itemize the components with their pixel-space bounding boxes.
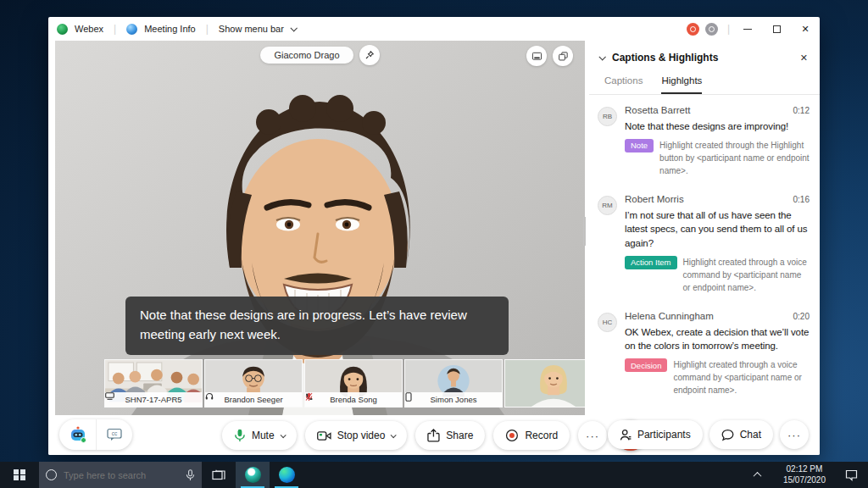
close-button[interactable]: ✕	[791, 17, 820, 41]
webex-taskbar-icon	[245, 467, 261, 483]
show-menu-bar-label[interactable]: Show menu bar	[219, 24, 284, 34]
thumbnail-room-system[interactable]: SHN7-17-APR5	[104, 359, 203, 408]
highlight-entry: RM Robert Morris 0:16 I’m not sure that …	[598, 194, 810, 294]
task-view-icon	[212, 469, 225, 482]
thumbnail-participant[interactable]	[504, 359, 585, 408]
panel-tabs: Captions Highlghts	[589, 67, 820, 95]
record-icon	[505, 429, 519, 442]
chat-icon	[721, 429, 734, 441]
meeting-info-icon	[126, 24, 137, 35]
panel-resize-handle[interactable]	[582, 217, 587, 246]
show-hidden-icons-button[interactable]	[741, 472, 775, 478]
search-input[interactable]	[64, 470, 179, 480]
taskbar-edge-app[interactable]	[270, 462, 303, 488]
svg-text:cc: cc	[112, 430, 118, 436]
thumbnail-brenda-song[interactable]: Brenda Song	[304, 359, 403, 408]
assistant-robot-icon	[69, 425, 87, 444]
highlight-badge: Note	[625, 139, 654, 152]
recording-indicator-icon	[687, 23, 699, 36]
participants-button[interactable]: Participants	[608, 420, 703, 449]
cc-icon: cc	[107, 428, 122, 441]
highlight-text: I’m not sure that all of us have seen th…	[625, 208, 810, 251]
timestamp: 0:20	[793, 312, 810, 321]
thumbnail-label: SHN7-17-APR5	[109, 395, 198, 404]
chevron-up-icon	[754, 472, 762, 480]
windows-taskbar: 02:12 PM 15/07/2020	[0, 462, 868, 488]
live-caption: Note that these designs are in progress.…	[125, 297, 509, 355]
participants-icon	[620, 429, 632, 441]
collapse-panel-chevron-icon[interactable]	[598, 53, 605, 60]
start-button[interactable]	[0, 462, 39, 488]
layout-view-icon[interactable]	[526, 46, 547, 66]
taskbar-clock[interactable]: 02:12 PM 15/07/2020	[775, 464, 834, 485]
mute-button[interactable]: Mute	[222, 421, 297, 450]
chat-button[interactable]: Chat	[709, 420, 773, 449]
camera-icon	[317, 430, 331, 441]
headset-icon	[205, 392, 214, 401]
record-button[interactable]: Record	[493, 421, 570, 450]
chevron-down-icon[interactable]	[391, 432, 397, 438]
minimize-button[interactable]	[733, 17, 762, 41]
task-view-button[interactable]	[202, 462, 236, 488]
maximize-button[interactable]	[762, 17, 791, 41]
participant-name: Helena Cunningham	[625, 311, 714, 321]
chevron-down-icon[interactable]	[280, 432, 286, 438]
taskbar-webex-app[interactable]	[236, 462, 270, 488]
thumbnail-label: Simon Jones	[409, 395, 498, 404]
action-center-button[interactable]	[834, 469, 868, 481]
more-panels-button[interactable]: ···	[780, 420, 809, 449]
tab-highlights[interactable]: Highlghts	[661, 75, 702, 94]
microphone-icon	[234, 429, 246, 442]
share-button[interactable]: Share	[415, 421, 485, 450]
titlebar: Webex | Meeting Info | Show menu bar | ✕	[48, 17, 820, 41]
stop-video-button[interactable]: Stop video	[305, 421, 408, 450]
share-icon	[427, 429, 440, 442]
taskbar-search[interactable]	[39, 462, 202, 488]
highlight-entry: HC Helena Cunningham 0:20 OK Webex, crea…	[598, 311, 810, 396]
highlight-entry: RB Rosetta Barrett 0:12 Note that these …	[598, 105, 810, 177]
highlight-description: Highlight created through a voice comman…	[673, 358, 810, 396]
highlights-list: RB Rosetta Barrett 0:12 Note that these …	[589, 95, 820, 396]
clock-time: 02:12 PM	[783, 464, 826, 475]
highlight-badge: Decision	[625, 358, 667, 372]
cortana-icon	[46, 469, 57, 480]
thumbnail-label: Brenda Song	[309, 395, 398, 404]
action-center-icon	[845, 469, 858, 481]
webex-logo-icon	[57, 24, 68, 35]
timestamp: 0:12	[793, 106, 810, 115]
highlight-description: Highlight created through the Highlight …	[659, 139, 810, 177]
avatar: RB	[598, 107, 617, 126]
pin-icon[interactable]	[359, 45, 380, 65]
thumbnail-label: Brandon Seeger	[209, 395, 298, 404]
webex-meeting-window: Webex | Meeting Info | Show menu bar | ✕	[48, 17, 820, 455]
windows-logo-icon	[14, 469, 25, 481]
meeting-info-label[interactable]: Meeting Info	[144, 24, 196, 34]
thumbnail-simon-jones[interactable]: Simon Jones	[404, 359, 503, 408]
avatar: HC	[598, 313, 617, 332]
active-speaker-name: Giacomo Drago	[260, 47, 353, 64]
clock-date: 15/07/2020	[783, 475, 826, 486]
avatar: RM	[598, 196, 617, 215]
muted-mic-icon	[305, 392, 313, 402]
panel-title: Captions & Highlights	[612, 52, 718, 64]
participant-filmstrip: SHN7-17-APR5	[104, 359, 585, 408]
lock-indicator-icon	[705, 23, 718, 36]
mobile-device-icon	[405, 392, 412, 402]
webex-assistant-button[interactable]	[59, 419, 96, 450]
more-options-button[interactable]: ···	[578, 421, 607, 450]
edge-icon	[279, 467, 295, 483]
desktop-wallpaper: Webex | Meeting Info | Show menu bar | ✕	[0, 0, 868, 488]
search-mic-icon[interactable]	[186, 469, 195, 481]
grid-view-icon[interactable]	[553, 46, 573, 66]
closed-captions-button[interactable]: cc	[96, 419, 132, 450]
main-video-stage: Giacomo Drago Note that these designs ar	[55, 41, 585, 415]
tab-captions[interactable]: Captions	[604, 75, 643, 94]
thumbnail-brandon-seeger[interactable]: Brandon Seeger	[204, 359, 303, 408]
room-device-icon	[105, 392, 114, 400]
app-title: Webex	[75, 24, 103, 34]
captions-highlights-panel: Captions & Highlights ✕ Captions Highlgh…	[589, 41, 820, 415]
chevron-down-icon[interactable]	[290, 25, 297, 31]
participant-name: Robert Morris	[625, 194, 684, 204]
panel-close-icon[interactable]: ✕	[800, 53, 808, 64]
highlight-description: Highlight created through a voice comman…	[683, 256, 810, 294]
